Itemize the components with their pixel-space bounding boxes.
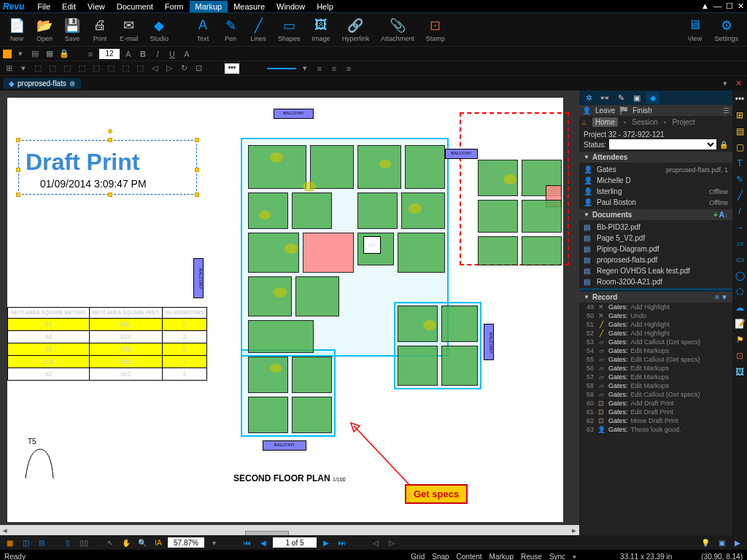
session-tab[interactable]: Session <box>632 118 658 126</box>
nav-first-icon[interactable]: ⏮ <box>241 537 254 548</box>
record-row[interactable]: 50✕Gates:Undo <box>579 311 732 320</box>
attendee-row[interactable]: 👤Michelle D <box>579 175 732 186</box>
menu-measure[interactable]: Measure <box>228 1 271 12</box>
attendee-row[interactable]: 👤Paul BostonOffline <box>579 197 732 208</box>
nav-zoom-icon[interactable]: 🔍 <box>136 537 149 548</box>
zoom-input[interactable] <box>168 537 204 548</box>
prop-italic-icon[interactable]: I <box>152 48 163 60</box>
prop-underline-icon[interactable]: U <box>166 48 178 60</box>
document-row[interactable]: ▤Piping-Diagram.pdf <box>579 244 732 254</box>
panel-tab-binoculars-icon[interactable]: 👓 <box>598 92 611 104</box>
menu-document[interactable]: Document <box>111 1 159 12</box>
record-filter-icon[interactable]: ▼ <box>721 293 728 301</box>
record-row[interactable]: 49✕Gates:Add Highlight <box>579 303 732 311</box>
collapse-icon[interactable]: ▼ <box>584 211 589 218</box>
align-text3-icon[interactable]: ≡ <box>343 63 355 74</box>
document-tab[interactable]: ◆ proprosed-flats ⊗ <box>3 78 81 89</box>
window-maximize-icon[interactable]: ☐ <box>726 1 733 11</box>
document-row[interactable]: ▤Bb-PID32.pdf <box>579 222 732 233</box>
home-icon[interactable]: ⌂ <box>582 118 587 126</box>
toolstrip-highlighter-icon[interactable]: ╱ <box>734 190 746 201</box>
home-button[interactable]: Home <box>592 117 618 127</box>
documents-header[interactable]: ▼ Documents + A↓ <box>579 209 732 220</box>
callout-box[interactable]: Get specs <box>405 484 468 504</box>
nav-fwd-icon[interactable]: ▷ <box>385 537 398 548</box>
toolstrip-line-icon[interactable]: / <box>734 206 746 217</box>
line-style-icon[interactable] <box>267 68 296 69</box>
page-input[interactable] <box>273 537 317 548</box>
record-row[interactable]: 51╱Gates:Add Highlight <box>579 320 732 329</box>
menu-window[interactable]: Window <box>271 1 311 12</box>
record-row[interactable]: 59▱Gates:Edit Callout (Get specs) <box>579 390 732 399</box>
open-button[interactable]: 📂Open <box>32 16 57 44</box>
new-button[interactable]: 📄New <box>4 16 29 44</box>
attendee-row[interactable]: 👤Gatesproprosed-flats.pdf, 1 <box>579 164 732 175</box>
status-reuse[interactable]: Reuse <box>521 553 542 561</box>
nav-present-icon[interactable]: ▶ <box>731 537 744 548</box>
record-row[interactable]: 61⊡Gates:Edit Draft Print <box>579 408 732 416</box>
nav-split2-icon[interactable]: ⊟ <box>35 537 48 548</box>
e-mail-button[interactable]: ✉E-mail <box>115 16 143 44</box>
flip-h-icon[interactable]: ◁ <box>149 63 160 74</box>
toolstrip-arrow-icon[interactable]: → <box>734 222 746 233</box>
text-button[interactable]: AText <box>190 16 215 44</box>
panel-tab-gear-icon[interactable]: ✲ <box>582 92 595 104</box>
toolstrip-box-icon[interactable]: ▢ <box>734 141 746 153</box>
document-row[interactable]: ▤Page 5_V2.pdf <box>579 233 732 244</box>
panel-tab-studio-icon[interactable]: ◆ <box>646 92 659 104</box>
group-icon[interactable]: ⊡ <box>193 63 204 74</box>
toolstrip-text-icon[interactable]: T <box>734 158 746 169</box>
menu-file[interactable]: File <box>31 1 56 12</box>
project-tab-icon[interactable]: ▪ <box>664 118 667 126</box>
prop-color-icon[interactable] <box>3 50 12 58</box>
prop-linewidth-icon[interactable]: ≡ <box>85 48 96 60</box>
image-button[interactable]: 🖼Image <box>308 16 335 44</box>
toolstrip-callout-icon[interactable]: ▱ <box>734 238 746 249</box>
document-row[interactable]: ▤Regen OVHDS Leak test.pdf <box>579 265 732 276</box>
horizontal-scrollbar[interactable]: ◂ ▸ <box>0 525 579 535</box>
settings-button[interactable]: ⚙Settings <box>710 16 743 44</box>
status-snap[interactable]: Snap <box>432 553 449 561</box>
dist-v-icon[interactable]: ⬚ <box>134 63 146 74</box>
print-button[interactable]: 🖨Print <box>88 16 112 44</box>
menu-view[interactable]: View <box>82 1 111 12</box>
prop-bold-icon[interactable]: B <box>137 48 149 60</box>
prop-layer-icon[interactable]: ▦ <box>44 48 55 60</box>
nav-3d-icon[interactable]: ▣ <box>715 537 728 548</box>
toolstrip-note-icon[interactable]: 📝 <box>734 318 746 330</box>
nav-select-icon[interactable]: IA <box>152 537 165 548</box>
prop-font-a-icon[interactable]: A <box>123 48 134 60</box>
prop-zero[interactable]: ••• <box>225 63 239 74</box>
nav-hand-icon[interactable]: ✋ <box>120 537 133 548</box>
align-text2-icon[interactable]: ≡ <box>328 63 340 74</box>
prop-lock-icon[interactable]: 🔒 <box>58 48 70 60</box>
line-end-icon[interactable]: ▾ <box>299 63 311 74</box>
align-text-icon[interactable]: ≡ <box>314 63 325 74</box>
tab-x-icon[interactable]: ✕ <box>732 77 744 89</box>
menu-edit[interactable]: Edit <box>56 1 82 12</box>
toolstrip-layers-icon[interactable]: ▤ <box>734 125 746 137</box>
nav-pointer-icon[interactable]: ↖ <box>104 537 117 548</box>
menu-help[interactable]: Help <box>311 1 339 12</box>
align-left-icon[interactable]: ⬚ <box>32 63 44 74</box>
toolstrip-rect-icon[interactable]: ▭ <box>734 254 746 265</box>
flip-v-icon[interactable]: ▷ <box>163 63 175 74</box>
project-tab[interactable]: Project <box>672 118 694 126</box>
prop-tool-icon[interactable]: ▾ <box>15 48 26 60</box>
status-select[interactable] <box>609 139 716 149</box>
align-mid-icon[interactable]: ⬚ <box>90 63 102 74</box>
toolstrip-pen-icon[interactable]: ✎ <box>734 174 746 185</box>
prop-fontsize-input[interactable] <box>99 49 120 59</box>
attendee-row[interactable]: 👤lsterlingOffline <box>579 186 732 197</box>
nav-split-icon[interactable]: ◫ <box>19 537 32 548</box>
tab-close-icon[interactable]: ⊗ <box>69 79 75 88</box>
pen-button[interactable]: ✎Pen <box>218 16 243 44</box>
status-sync[interactable]: Sync <box>549 553 565 561</box>
document-viewport[interactable]: Draft Print 01/09/2014 3:09:47 PM <box>0 90 579 535</box>
panel-tab-highlighter-icon[interactable]: ✎ <box>614 92 627 104</box>
toolstrip-image-icon[interactable]: 🖼 <box>734 366 746 378</box>
zoom-dropdown-icon[interactable]: ▾ <box>207 537 220 548</box>
shapes-button[interactable]: ▭Shapes <box>274 16 305 44</box>
nav-thumb-icon[interactable]: ▦ <box>3 537 16 548</box>
prop-color2-icon[interactable]: A <box>181 48 193 60</box>
